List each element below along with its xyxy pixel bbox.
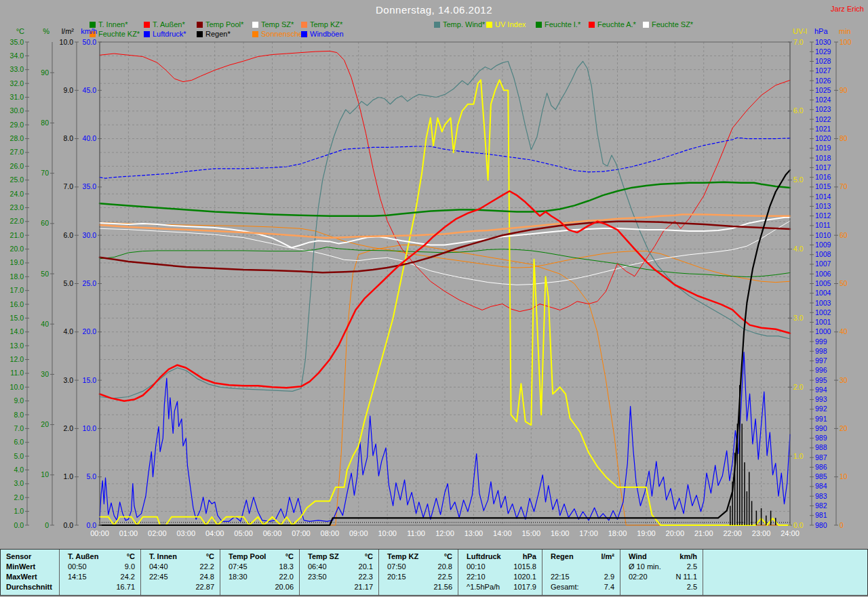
table-cell-row3: 16.71 — [60, 582, 140, 592]
table-cell-row0: LuftdruckhPa — [458, 552, 542, 562]
svg-text:993: 993 — [815, 395, 827, 403]
table-col-luftdruck: LuftdruckhPa00:101015.822:101020.1^1.5hP… — [458, 550, 542, 595]
svg-text:24:00: 24:00 — [781, 529, 800, 537]
axis-unit-lm2: l/m² — [62, 27, 75, 35]
svg-text:6.0: 6.0 — [14, 438, 24, 446]
svg-text:00:00: 00:00 — [90, 529, 109, 537]
svg-text:1014: 1014 — [815, 192, 831, 201]
table-cell-row3: 21.17 — [300, 582, 378, 592]
x-axis-labels: 00:0001:0002:0003:0004:0005:0006:0007:00… — [90, 529, 800, 537]
svg-text:19.0: 19.0 — [10, 258, 24, 266]
table-cell-row1: 00:509.0 — [60, 562, 140, 572]
svg-text:4.0: 4.0 — [63, 327, 73, 335]
svg-text:1016: 1016 — [815, 173, 831, 181]
svg-text:985: 985 — [815, 472, 827, 480]
svg-text:1018: 1018 — [815, 154, 831, 162]
svg-text:24.0: 24.0 — [10, 190, 24, 198]
table-col-temp-pool: Temp Pool°C07:4518.318:3022.020.06 — [220, 550, 299, 595]
table-col-wind: Windkm/hØ 10 min.2.502:20N 11.12.5 — [620, 550, 703, 595]
svg-text:26.0: 26.0 — [10, 162, 24, 170]
svg-text:31.0: 31.0 — [10, 93, 24, 101]
table-cell-row0: Temp SZ°C — [300, 552, 378, 562]
svg-text:13:00: 13:00 — [465, 529, 484, 537]
svg-text:986: 986 — [815, 463, 827, 471]
svg-text:30: 30 — [840, 376, 848, 384]
table-cell-row0: Regenl/m² — [542, 552, 620, 562]
svg-text:980: 980 — [815, 521, 827, 529]
svg-text:15.0: 15.0 — [83, 376, 97, 384]
svg-text:16.0: 16.0 — [10, 300, 24, 308]
svg-text:1001: 1001 — [815, 318, 831, 326]
svg-text:0.0: 0.0 — [14, 521, 24, 529]
svg-text:994: 994 — [815, 386, 827, 394]
svg-text:0.0: 0.0 — [63, 521, 73, 529]
svg-text:16:00: 16:00 — [551, 529, 570, 537]
svg-text:9.0: 9.0 — [63, 86, 73, 94]
svg-text:1029: 1029 — [815, 47, 831, 56]
table-col-t-au-en: T. Außen°C00:509.014:1524.216.71 — [59, 550, 140, 595]
table-cell-row3: 2.5 — [620, 582, 703, 592]
table-cell-row1: 00:101015.8 — [458, 562, 542, 572]
svg-text:1002: 1002 — [815, 308, 831, 316]
svg-text:30.0: 30.0 — [83, 231, 97, 239]
table-cell-row1: 07:4518.3 — [220, 562, 299, 572]
table-cell-row3: 21.56 — [379, 582, 458, 592]
svg-text:1026: 1026 — [815, 77, 831, 85]
svg-text:1.0: 1.0 — [793, 452, 804, 460]
table-cell-row2: 22:4524.8 — [141, 572, 220, 582]
row-label-maxwert: MaxWert — [1, 572, 59, 582]
svg-text:7.0: 7.0 — [63, 182, 73, 190]
axis-uv: UV-I0.01.02.03.04.05.06.07.0 — [788, 27, 807, 529]
svg-text:17.0: 17.0 — [10, 286, 24, 294]
svg-text:992: 992 — [815, 405, 827, 413]
svg-text:1.0: 1.0 — [63, 472, 73, 480]
svg-text:32.0: 32.0 — [10, 79, 24, 87]
svg-text:35.0: 35.0 — [10, 38, 24, 46]
row-label-minwert: MinWert — [1, 562, 59, 572]
svg-text:90: 90 — [840, 86, 848, 94]
svg-text:987: 987 — [815, 453, 827, 461]
svg-text:10:00: 10:00 — [378, 529, 397, 537]
axis-unit-uv: UV-I — [793, 27, 807, 35]
svg-text:22.0: 22.0 — [10, 217, 24, 225]
svg-text:2.0: 2.0 — [793, 383, 804, 391]
svg-text:100: 100 — [840, 38, 852, 46]
svg-text:1020: 1020 — [815, 134, 831, 142]
svg-text:25.0: 25.0 — [10, 176, 24, 184]
svg-text:1023: 1023 — [815, 105, 831, 113]
svg-text:20: 20 — [41, 420, 49, 428]
svg-text:18.0: 18.0 — [10, 272, 24, 281]
svg-text:1008: 1008 — [815, 250, 831, 258]
svg-text:1015: 1015 — [815, 182, 831, 190]
svg-text:28.0: 28.0 — [10, 134, 24, 142]
svg-text:999: 999 — [815, 337, 827, 346]
svg-text:1010: 1010 — [815, 231, 831, 239]
svg-text:20: 20 — [840, 424, 848, 432]
svg-text:70: 70 — [41, 169, 49, 177]
table-cell-row0: Temp Pool°C — [220, 552, 299, 562]
svg-text:23:00: 23:00 — [752, 529, 771, 537]
table-cell-row3: Gesamt:7.4 — [542, 582, 620, 592]
sensor-stats-table: SensorMinWertMaxWertDurchschnittT. Außen… — [0, 549, 868, 596]
svg-text:34.0: 34.0 — [10, 52, 24, 60]
svg-text:90: 90 — [41, 68, 49, 77]
table-col-temp-kz: Temp KZ°C07:5020.820:1522.521.56 — [378, 550, 458, 595]
svg-text:1027: 1027 — [815, 66, 831, 75]
table-cell-row1 — [542, 562, 620, 572]
axis-lm2: l/m²0.01.02.03.04.05.06.07.08.09.010.0 — [60, 27, 79, 529]
table-cell-row1: 06:4020.1 — [300, 562, 378, 572]
svg-text:10.0: 10.0 — [60, 38, 74, 46]
svg-text:1006: 1006 — [815, 270, 831, 278]
svg-text:20.0: 20.0 — [83, 327, 97, 335]
svg-text:20:00: 20:00 — [666, 529, 685, 537]
svg-text:21.0: 21.0 — [10, 231, 24, 239]
weather-app-window: { "header": { "title": "Donnerstag, 14.0… — [0, 0, 868, 597]
svg-text:1030: 1030 — [815, 38, 831, 46]
svg-text:22:00: 22:00 — [723, 529, 742, 537]
svg-text:20.0: 20.0 — [10, 245, 24, 253]
svg-text:3.0: 3.0 — [793, 314, 804, 322]
svg-text:29.0: 29.0 — [10, 121, 24, 129]
table-col-t-innen: T. Innen°C04:4022.222:4524.822.87 — [140, 550, 220, 595]
svg-text:982: 982 — [815, 501, 827, 510]
svg-text:988: 988 — [815, 443, 827, 451]
